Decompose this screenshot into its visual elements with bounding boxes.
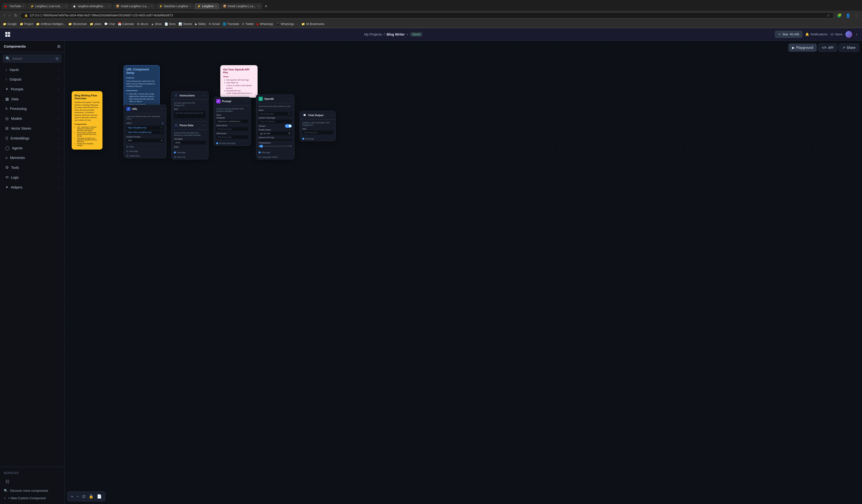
bookmark-plabs[interactable]: 📁plabs [90,22,101,26]
chat-output-menu[interactable]: ⋯ [330,113,333,117]
profile-button[interactable]: 👤 [845,12,851,19]
openai-node-menu[interactable]: ⋯ [288,97,292,101]
tab-datastax[interactable]: ⚡ DataStax Langflow × [156,3,194,9]
node-prompt[interactable]: P Prompt ⋯ Create a prompt template with… [213,97,251,146]
bookmark-gmail[interactable]: ✉Gmail [209,22,220,26]
bookmark-twitter[interactable]: ✕Twitter [242,22,254,26]
bookmark-project[interactable]: 📁Project [20,22,33,26]
playground-button[interactable]: ▶ Playground [788,43,817,52]
sidebar-item-helpers[interactable]: ✦ Helpers › [1,183,63,192]
sidebar-item-memories[interactable]: ⌾ Memories › [1,153,63,162]
tab-install2[interactable]: 📦 Install Langflow | Lang... × [220,3,262,9]
project-dropdown-icon[interactable]: ▾ [407,32,408,36]
sidebar-item-agents[interactable]: ◯ Agents › [1,143,63,153]
filter-icon[interactable]: ⊞ [57,44,60,49]
tab-close-github[interactable]: × [108,5,110,8]
bookmark-drive[interactable]: ▲Drive [151,22,161,26]
openai-system-msg-input[interactable]: Type something... [259,120,292,123]
bookmark-ai[interactable]: 📁Artificial Intelligen... [36,22,65,26]
url-node-menu[interactable]: ⋯ [160,107,164,111]
search-input[interactable] [12,57,54,61]
bookmark-youtube[interactable]: ▶WhatsApp [257,22,273,26]
stream-toggle[interactable] [285,124,292,128]
bookmark-all[interactable]: 📁All Bookmarks [301,22,325,26]
search-box[interactable]: 🔍 / [3,55,61,63]
node-openai-key-card[interactable]: Get Your OpenAI API Key Steps: Visit Ope… [220,65,258,98]
canvas[interactable]: ▶ Playground </> API ↗ Share Blog Writin… [64,41,862,504]
bookmark-calendar[interactable]: 📅Calendar [118,22,134,26]
bookmark-blockchain[interactable]: 📁Blockchain [68,22,87,26]
add-url-button[interactable]: + [162,121,164,125]
bookmark-translate[interactable]: 🌐Translate [223,22,239,26]
star-button[interactable]: ☆ Star 45,436 [775,31,802,38]
node-instructions[interactable]: T Instructions ⋯ Get text inputs from th… [171,91,209,125]
node-chat-output[interactable]: 💬 Chat Output ⋯ Display a chat message i… [300,111,336,141]
lock-button[interactable]: 🔒 [88,493,94,500]
store-button[interactable]: 🗃 Store [831,32,843,36]
bookmark-whatsapp[interactable]: 📱WhatsApp [276,22,294,26]
zoom-in-button[interactable]: + [70,493,74,500]
api-key-input[interactable] [259,139,292,141]
tab-install1[interactable]: 📦 Install Langflow | Lang... × [113,3,155,9]
sidebar-item-embeddings[interactable]: ⟨⟩ Embeddings › [1,133,63,143]
breadcrumb-projects[interactable]: My Projects [364,32,382,36]
text-input-area[interactable]: Use the references above for ... [174,111,206,118]
forward-button[interactable]: › [8,12,11,18]
sidebar-item-logic[interactable]: ⟲ Logic › [1,173,63,182]
tab-close-datastax[interactable]: × [190,5,191,8]
fit-view-button[interactable]: ⊡ [81,493,86,500]
sidebar-item-tools[interactable]: ⚙ Tools › [1,163,63,172]
prompt-menu[interactable]: ⋯ [245,99,248,103]
sidebar-item-inputs[interactable]: ↓ Inputs › [1,65,63,74]
bookmark-devto[interactable]: ⚙dev.to [137,22,148,26]
notifications-button[interactable]: 🔔 Notifications [805,32,827,36]
bookmark-chat[interactable]: 💬Chat [104,22,115,26]
node-url[interactable]: 🔗 URL ⋯ Load and retrieve data from spec… [123,105,167,158]
star-bookmark-icon[interactable]: ☆ [827,13,830,17]
bookmark-sheets[interactable]: 📊Sheets [179,22,192,26]
tab-close-langflow1[interactable]: × [65,5,67,8]
new-custom-component-button[interactable]: + + New Custom Component [0,494,64,502]
refresh-button[interactable]: ↻ [13,12,18,19]
tab-youtube[interactable]: ▶ YouTube × [2,3,27,9]
notes-button[interactable]: 📄 [96,493,103,500]
temperature-thumb[interactable] [260,145,263,148]
sidebar-item-vector-stores[interactable]: ⊞ Vector Stores › [1,123,63,133]
tab-close-install1[interactable]: × [151,5,153,8]
tab-close-langflow-active[interactable]: × [215,5,217,8]
header-more-button[interactable]: › [855,31,858,38]
bookmark-slides[interactable]: ▶Slides [195,22,206,26]
remove-url1-button[interactable]: ✕ [160,127,162,129]
extensions-button[interactable]: 🧩 [836,12,843,19]
share-button[interactable]: ↗ Share [839,43,859,52]
tab-langflow1[interactable]: ⚡ Langflow | Low-code AI × [27,3,70,9]
sidebar-item-outputs[interactable]: ↑ Outputs › [1,75,63,84]
tab-close-youtube[interactable]: × [22,5,24,8]
url-bar[interactable]: 🔒 127.0.0.1:7860/flow/e7e6976a-3d34-40bd… [20,12,834,18]
sidebar-item-models[interactable]: ◎ Models › [1,114,63,123]
bookmark-google[interactable]: 📁Google [3,22,17,26]
sidebar-item-processing[interactable]: ≡ Processing › [1,104,63,113]
node-openai[interactable]: ◎ OpenAI ⋯ Generates text using OpenAI L… [256,94,295,159]
tab-github[interactable]: ◉ langflow-ai/langflow: L... × [70,3,113,9]
tab-close-install2[interactable]: × [258,5,260,8]
project-name[interactable]: Blog Writer [387,32,405,36]
tab-langflow-active[interactable]: ⚡ Langflow × [194,3,219,9]
remove-url2-button[interactable]: ✕ [160,131,162,133]
node-parse-data[interactable]: ⊡ Parse Data ⋯ Convert Data into plain t… [171,121,209,159]
user-avatar[interactable] [845,31,852,38]
bookmark-docs[interactable]: 📄Docs [165,22,175,26]
menu-button[interactable]: ⋮ [853,12,859,19]
back-button[interactable]: ‹ [3,12,6,18]
api-button[interactable]: </> API [818,43,837,52]
sidebar-item-data[interactable]: ▦ Data › [1,94,63,104]
sidebar-item-prompts[interactable]: ✦ Prompts › [1,84,63,94]
instructions-menu[interactable]: ⋯ [203,94,206,97]
parse-menu[interactable]: ⋯ [203,123,206,127]
node-overview-card[interactable]: Blog Writing Flow Overview Workflow Desc… [72,91,103,149]
zoom-out-button[interactable]: − [76,493,80,500]
node-url-setup-card[interactable]: URL Component Setup Purpose: Fetch and p… [123,65,160,109]
discover-components-button[interactable]: 🔍 Discover more components [0,487,64,494]
new-tab-button[interactable]: + [263,3,270,10]
sidebar-bundle-item[interactable]: ⛓ › [1,477,63,487]
